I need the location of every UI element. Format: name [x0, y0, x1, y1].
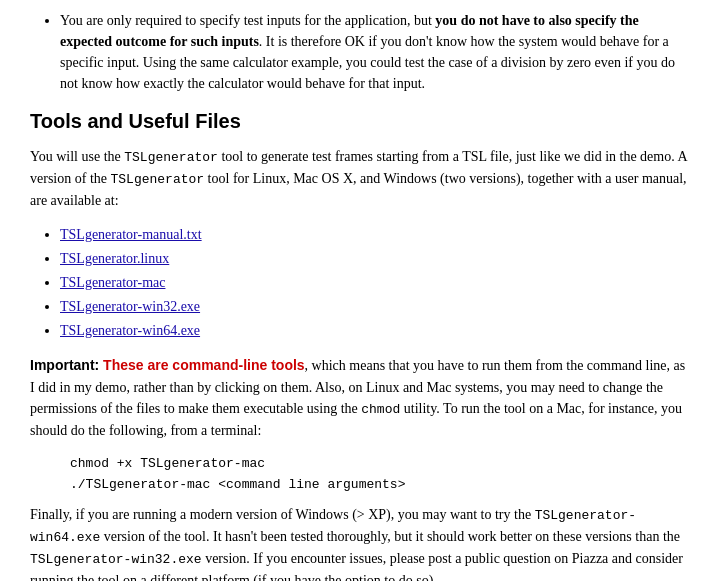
code-line-1: chmod +x TSLgenerator-mac — [70, 454, 689, 475]
chmod-code: chmod — [361, 402, 400, 417]
tslgenerator-code1: TSLgenerator — [124, 150, 218, 165]
intro-paragraph: You will use the TSLgenerator tool to ge… — [30, 146, 689, 212]
link-manual[interactable]: TSLgenerator-manual.txt — [60, 227, 202, 242]
bullet-text-before: You are only required to specify test in… — [60, 13, 435, 28]
final-text1: Finally, if you are running a modern ver… — [30, 507, 535, 522]
links-list: TSLgenerator-manual.txt TSLgenerator.lin… — [30, 224, 689, 341]
important-red-text: These are command-line tools — [103, 357, 305, 373]
code-block: chmod +x TSLgenerator-mac ./TSLgenerator… — [70, 454, 689, 496]
list-item: TSLgenerator-mac — [60, 272, 689, 293]
list-item: TSLgenerator-win32.exe — [60, 296, 689, 317]
list-item: TSLgenerator-manual.txt — [60, 224, 689, 245]
intro-bullet-list: You are only required to specify test in… — [30, 10, 689, 94]
link-win64[interactable]: TSLgenerator-win64.exe — [60, 323, 200, 338]
link-linux[interactable]: TSLgenerator.linux — [60, 251, 169, 266]
important-paragraph: Important: These are command-line tools,… — [30, 355, 689, 442]
section-heading: Tools and Useful Files — [30, 106, 689, 136]
tslgenerator-code2: TSLgenerator — [110, 172, 204, 187]
final-code2: TSLgenerator-win32.exe — [30, 552, 202, 567]
final-paragraph: Finally, if you are running a modern ver… — [30, 504, 689, 581]
code-line-2: ./TSLgenerator-mac <command line argumen… — [70, 475, 689, 496]
final-text2: version of the tool. It hasn't been test… — [100, 529, 680, 544]
bullet-item-inputs: You are only required to specify test in… — [60, 10, 689, 94]
list-item: TSLgenerator.linux — [60, 248, 689, 269]
list-item: TSLgenerator-win64.exe — [60, 320, 689, 341]
intro-text1: You will use the — [30, 149, 124, 164]
important-bold-label: Important: — [30, 357, 103, 373]
link-win32[interactable]: TSLgenerator-win32.exe — [60, 299, 200, 314]
link-mac[interactable]: TSLgenerator-mac — [60, 275, 165, 290]
